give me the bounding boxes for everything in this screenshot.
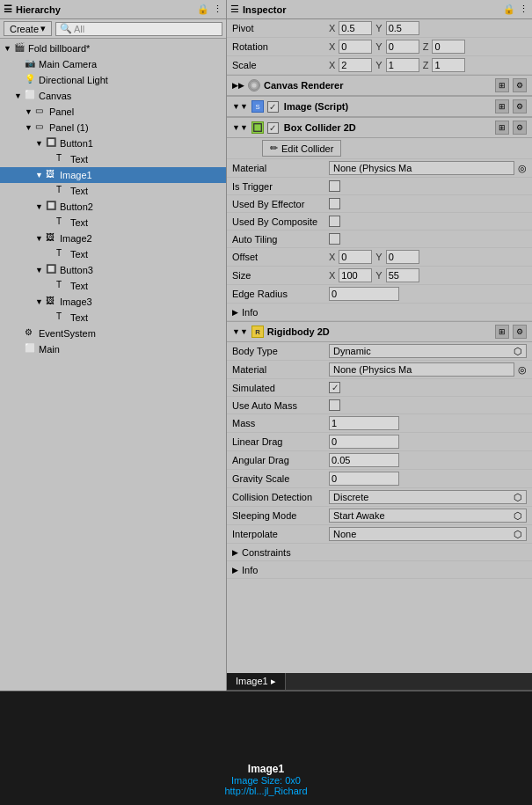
rotation-y-input[interactable] <box>386 40 419 54</box>
rotation-z-input[interactable] <box>432 40 465 54</box>
tree-item-text-i3[interactable]: T Text <box>0 310 226 326</box>
simulated-label: Simulated <box>232 383 329 393</box>
tree-item-main-camera[interactable]: 📷 Main Camera <box>0 56 226 72</box>
image-script-icon-btn1[interactable]: ⊞ <box>495 99 509 113</box>
offset-x-input[interactable] <box>339 250 372 264</box>
simulated-checkbox[interactable] <box>329 382 340 393</box>
button2-arrow <box>35 202 44 211</box>
constraints-row: ▶ Constraints <box>227 544 532 561</box>
edit-collider-button[interactable]: ✏ Edit Collider <box>262 140 341 157</box>
main-camera-icon: 📷 <box>25 58 37 70</box>
used-by-composite-label: Used By Composite <box>232 216 329 227</box>
tree-item-image2[interactable]: 🖼 Image2 <box>0 231 226 246</box>
image3-arrow <box>35 297 44 306</box>
image-script-header: ▼ S Image (Script) ⊞ ⚙ <box>227 96 532 117</box>
pivot-y-input[interactable] <box>386 21 419 35</box>
rb-info-row: ▶ Info <box>227 561 532 579</box>
pivot-x-input[interactable] <box>339 21 372 35</box>
image-name-label: Image1 <box>0 763 532 775</box>
tree-item-text-i2[interactable]: T Text <box>0 246 226 262</box>
size-y-input[interactable] <box>386 268 419 282</box>
rotation-x-input[interactable] <box>339 40 372 54</box>
constraints-expand[interactable]: ▶ <box>232 548 238 557</box>
inspector-lock-icon[interactable]: 🔒 <box>503 4 515 15</box>
rigidbody-expand[interactable]: ▼ <box>232 327 248 336</box>
auto-tiling-checkbox[interactable] <box>329 233 340 245</box>
scale-z-input[interactable] <box>432 58 465 72</box>
sleeping-mode-dropdown[interactable]: Start Awake ⬡ <box>329 509 527 523</box>
rb-material-value: None (Physics Ma ◎ <box>329 362 527 377</box>
tree-item-button1[interactable]: 🔲 Button1 <box>0 135 226 151</box>
collision-detection-dropdown[interactable]: Discrete ⬡ <box>329 490 527 504</box>
image-url-label: http://bl...jl_Richard <box>0 786 532 796</box>
rigidbody-icon-btn1[interactable]: ⊞ <box>495 325 509 339</box>
rb-material-field[interactable]: None (Physics Ma <box>329 362 514 377</box>
tree-item-directional-light[interactable]: 💡 Directional Light <box>0 72 226 88</box>
collider-info-expand[interactable]: ▶ <box>232 308 238 317</box>
material-value: None (Physics Ma ◎ <box>329 161 527 175</box>
tree-item-image1[interactable]: 🖼 Image1 <box>0 167 226 183</box>
box-collider-checkbox[interactable] <box>267 122 279 134</box>
image-script-expand[interactable]: ▼ <box>232 102 248 111</box>
edge-radius-row: Edge Radius <box>227 285 532 304</box>
search-icon: 🔍 <box>60 23 72 34</box>
image-script-gear-icon[interactable]: ⚙ <box>513 99 527 113</box>
angular-drag-input[interactable] <box>329 453 399 467</box>
tree-item-text-b1[interactable]: T Text <box>0 151 226 167</box>
image-script-checkbox[interactable] <box>267 101 279 113</box>
mass-input[interactable] <box>329 416 399 430</box>
image1-tab[interactable]: Image1 ▸ <box>227 673 286 690</box>
material-target-icon[interactable]: ◎ <box>518 163 527 174</box>
tree-item-button3[interactable]: 🔲 Button3 <box>0 262 226 278</box>
interpolate-text: None <box>333 529 356 539</box>
tree-item-text-b3[interactable]: T Text <box>0 278 226 294</box>
tree-item-panel-1[interactable]: ▭ Panel (1) <box>0 120 226 135</box>
image1-arrow <box>35 171 44 179</box>
is-trigger-checkbox[interactable] <box>329 180 340 192</box>
search-bar[interactable]: 🔍 All <box>55 22 222 36</box>
size-x-input[interactable] <box>339 268 372 282</box>
gravity-scale-input[interactable] <box>329 472 399 486</box>
tree-item-canvas[interactable]: ⬜ Canvas <box>0 88 226 104</box>
create-button[interactable]: Create ▾ <box>4 21 52 36</box>
scale-y-input[interactable] <box>386 58 419 72</box>
tree-item-text-i1[interactable]: T Text <box>0 183 226 199</box>
edge-radius-input[interactable] <box>329 287 399 301</box>
panel-label: Panel <box>49 106 74 117</box>
linear-drag-label: Linear Drag <box>232 436 329 447</box>
edge-radius-value <box>329 287 527 301</box>
rb-material-target-icon[interactable]: ◎ <box>518 364 527 376</box>
collider-info-row: ▶ Info <box>227 304 532 321</box>
tree-item-main[interactable]: ⬜ Main <box>0 341 226 357</box>
used-by-effector-checkbox[interactable] <box>329 198 340 209</box>
material-field[interactable]: None (Physics Ma <box>329 161 514 175</box>
canvas-renderer-icon-btn1[interactable]: ⊞ <box>495 78 509 92</box>
tree-item-button2[interactable]: 🔲 Button2 <box>0 199 226 215</box>
interpolate-dropdown[interactable]: None ⬡ <box>329 527 527 541</box>
tree-item-event-system[interactable]: ⚙ EventSystem <box>0 326 226 341</box>
rb-info-expand[interactable]: ▶ <box>232 566 238 574</box>
collision-detection-text: Discrete <box>333 492 368 502</box>
box-collider-expand[interactable]: ▼ <box>232 123 248 132</box>
tree-item-fold-billboard[interactable]: 🎬 Fold billboard* <box>0 40 226 56</box>
linear-drag-input[interactable] <box>329 435 399 449</box>
canvas-renderer-gear-icon[interactable]: ⚙ <box>513 78 527 92</box>
tree-item-image3[interactable]: 🖼 Image3 <box>0 294 226 310</box>
use-auto-mass-checkbox[interactable] <box>329 399 340 411</box>
inspector-more-icon[interactable]: ⋮ <box>519 4 528 15</box>
box-collider-gear-icon[interactable]: ⚙ <box>513 121 527 135</box>
rotation-z-label: Z <box>423 41 429 52</box>
box-collider-header: ▼ Box Collider 2D ⊞ ⚙ <box>227 117 532 138</box>
rotation-label: Rotation <box>232 41 329 52</box>
tree-item-panel[interactable]: ▭ Panel <box>0 104 226 120</box>
offset-y-input[interactable] <box>386 250 419 264</box>
canvas-renderer-expand[interactable]: ▶ <box>232 81 244 90</box>
body-type-dropdown[interactable]: Dynamic ⬡ <box>329 344 527 358</box>
hierarchy-tree[interactable]: 🎬 Fold billboard* 📷 Main Camera 💡 Direct… <box>0 39 226 691</box>
scale-x-input[interactable] <box>339 58 372 72</box>
tree-item-text-b2[interactable]: T Text <box>0 215 226 231</box>
used-by-composite-checkbox[interactable] <box>329 216 340 227</box>
rigidbody-gear-icon[interactable]: ⚙ <box>513 325 527 339</box>
box-collider-icon-btn1[interactable]: ⊞ <box>495 121 509 135</box>
image2-icon: 🖼 <box>46 232 58 245</box>
